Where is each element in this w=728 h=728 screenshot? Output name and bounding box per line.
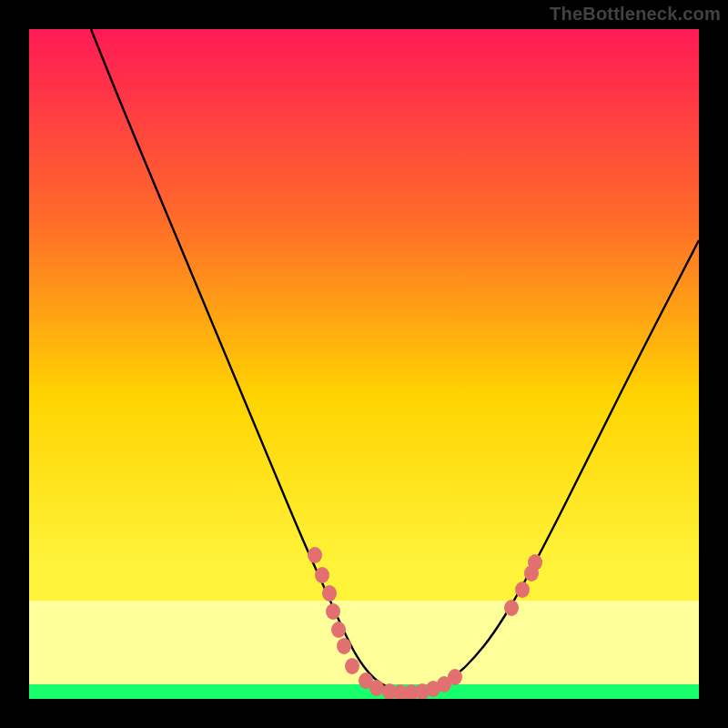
curve-marker [345, 658, 359, 674]
curve-marker [369, 680, 384, 696]
watermark-text: TheBottleneck.com [550, 4, 721, 25]
curve-marker [515, 581, 530, 598]
curve-marker [504, 600, 519, 616]
plot-area [29, 29, 699, 699]
chart-stage: TheBottleneck.com [0, 0, 728, 728]
curve-marker [331, 622, 346, 638]
curve-marker [528, 554, 542, 571]
gradient-background [29, 29, 699, 699]
curve-marker [308, 547, 322, 563]
curve-marker [337, 638, 351, 654]
curve-marker [322, 585, 337, 602]
curve-marker [315, 567, 329, 583]
pale-band [29, 601, 699, 684]
curve-marker [448, 669, 462, 685]
chart-svg [29, 29, 699, 699]
curve-marker [326, 603, 340, 620]
